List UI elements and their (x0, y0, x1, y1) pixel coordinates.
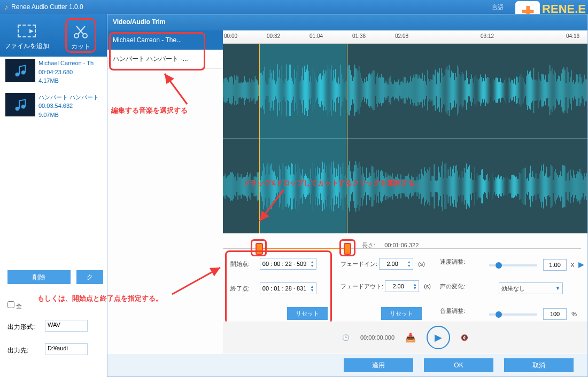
music-note-icon: ♪ (4, 3, 8, 11)
play-button[interactable]: ▶ (427, 326, 450, 349)
end-time-field[interactable] (260, 283, 308, 294)
volume-value[interactable] (543, 308, 567, 320)
voice-label: 声の変化: (440, 282, 475, 290)
apply-button[interactable]: 適用 (344, 358, 413, 372)
ruler-tick: 00:32 (267, 33, 280, 39)
volume-unit: % (571, 311, 577, 317)
file-item[interactable]: Michael Carreon - Th 00:04:23.680 4.17MB (3, 57, 105, 88)
file-size: 9.07MB (38, 111, 103, 120)
voice-effect-select[interactable]: 効果なし▼ (499, 282, 563, 294)
svg-point-5 (21, 105, 26, 109)
waveform[interactable] (223, 44, 587, 233)
svg-point-1 (83, 34, 87, 38)
ruler-tick: 00:00 (224, 33, 237, 39)
volume-slider[interactable] (489, 313, 537, 316)
length-label: 長さ: (362, 242, 375, 248)
ruler-tick: 02:08 (395, 33, 408, 39)
svg-point-2 (16, 73, 20, 77)
app-title: Renee Audio Cutter 1.0.0 (11, 3, 83, 11)
selection-region[interactable] (259, 44, 347, 233)
length-value: 00:01:06.322 (384, 242, 419, 248)
file-item[interactable]: ハンバート ハンバート - 00:03:54.632 9.07MB (3, 91, 105, 122)
cancel-button[interactable]: 取消 (504, 358, 574, 372)
mute-icon[interactable]: 🔇 (461, 334, 468, 341)
ruler-tick: 01:04 (310, 33, 323, 39)
speed-value[interactable] (543, 259, 567, 271)
filmstrip-icon (18, 25, 36, 37)
ok-button[interactable]: OK (424, 358, 493, 372)
dialog-buttons: 適用 OK 取消 (107, 354, 587, 376)
file-duration: 00:03:54.632 (38, 101, 103, 111)
waveform-area: 00:00 00:32 01:04 01:36 02:08 03:12 04:1… (223, 30, 587, 249)
output-format-value[interactable]: WAV (45, 320, 88, 332)
spinner-icon[interactable]: ▲▼ (411, 282, 419, 290)
reset-fade-button[interactable]: リセット (381, 307, 422, 320)
voice-effect-value: 効果なし (501, 285, 525, 293)
speed-unit: X (570, 262, 574, 268)
spinner-icon[interactable]: ▲▼ (308, 260, 316, 268)
file-list: Michael Carreon - Th 00:04:23.680 4.17MB… (3, 57, 105, 124)
spinner-icon[interactable]: ▲▼ (405, 260, 413, 268)
start-label: 開始点: (230, 260, 258, 268)
svg-point-0 (74, 34, 79, 38)
delete-button[interactable]: 削除 (7, 270, 71, 284)
file-thumbnail (5, 93, 35, 116)
select-all-checkbox[interactable] (7, 301, 14, 308)
add-file-button[interactable]: ファイルを追加 (4, 20, 49, 51)
playback-bar: 🕒 00:00:00.000 📥 ▶ 🔇 (223, 321, 587, 354)
start-time-input[interactable]: ▲▼ (260, 258, 316, 270)
file-size: 4.17MB (38, 76, 103, 85)
cut-button[interactable]: カット (65, 18, 96, 53)
trim-panel-title: Video/Audio Trim (107, 14, 587, 30)
fadein-label: フェードイン: (341, 260, 377, 268)
svg-point-4 (16, 106, 20, 111)
annotation-border (109, 32, 205, 70)
file-name: Michael Carreon - Th (38, 59, 103, 68)
file-thumbnail (5, 59, 35, 82)
seconds-unit: (s) (424, 283, 431, 289)
fadeout-field[interactable] (385, 281, 411, 292)
svg-point-3 (21, 70, 26, 75)
end-time-input[interactable]: ▲▼ (260, 282, 316, 294)
speed-label: 速度調整: (440, 258, 475, 266)
output-format-label: 出力形式: (7, 320, 45, 332)
fadeout-input[interactable]: ▲▼ (385, 280, 419, 292)
cut-label: カット (71, 42, 90, 51)
file-name: ハンバート ハンバート - (38, 93, 103, 102)
volume-label: 音量調整: (440, 307, 475, 315)
language-label[interactable]: 言語 (492, 3, 504, 11)
file-duration: 00:04:23.680 (38, 68, 103, 77)
clock-icon: 🕒 (342, 334, 350, 341)
ruler-tick: 04:16 (566, 33, 579, 39)
playback-time: 00:00:00.000 (360, 334, 394, 341)
seconds-unit: (s) (418, 261, 425, 267)
reset-trim-button[interactable]: リセット (287, 307, 328, 320)
clear-button[interactable]: ク (76, 270, 103, 284)
end-label: 終了点: (230, 285, 258, 293)
start-time-field[interactable] (260, 258, 308, 269)
select-all-label: 全 (16, 303, 22, 309)
scissors-icon (70, 21, 91, 42)
fadeout-label: フェードアウト: (341, 283, 383, 289)
add-file-label: ファイルを追加 (4, 42, 49, 51)
fadein-input[interactable]: ▲▼ (379, 258, 413, 270)
output-dir-label: 出力先: (7, 344, 45, 355)
ruler-tick: 01:36 (352, 33, 366, 39)
spinner-icon[interactable]: ▲▼ (308, 285, 316, 292)
chevron-down-icon: ▼ (555, 286, 560, 291)
output-dir-value[interactable]: D:¥audi (45, 343, 88, 355)
ruler: 00:00 00:32 01:04 01:36 02:08 03:12 04:1… (223, 30, 587, 44)
fadein-field[interactable] (380, 258, 405, 269)
left-controls: 削除 ク 全 出力形式: WAV 出力先: D:¥audi (7, 270, 109, 355)
export-icon[interactable]: 📥 (405, 333, 416, 343)
ruler-tick: 03:12 (481, 33, 494, 39)
speed-slider[interactable] (489, 264, 537, 266)
play-preview-icon[interactable]: ▶ (578, 260, 584, 269)
trim-panel: Video/Audio Trim Michael Carreon - The..… (107, 14, 588, 377)
